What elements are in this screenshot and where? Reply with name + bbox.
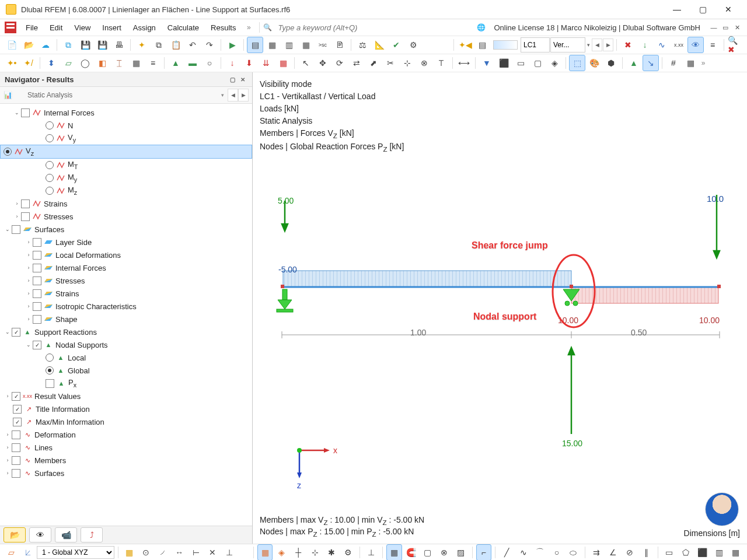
- tree-maxmin[interactable]: Max/Min Information: [36, 418, 104, 426]
- workplane-button[interactable]: ▱: [4, 544, 19, 560]
- view-side-button[interactable]: ▭: [512, 55, 529, 71]
- cs-combo[interactable]: 1 - Global XYZ: [37, 546, 114, 559]
- show-loads-button[interactable]: ↓: [637, 37, 653, 53]
- tree-stresses[interactable]: Stresses: [44, 212, 74, 221]
- offset-tool-button[interactable]: ⇉: [589, 544, 605, 560]
- search-input[interactable]: [274, 22, 398, 34]
- snap-settings-button[interactable]: ⚙: [340, 544, 356, 560]
- visibility-mode-button[interactable]: 👁: [687, 37, 704, 53]
- table-toggle[interactable]: ▦: [264, 37, 280, 53]
- view-iso-button[interactable]: ◈: [546, 55, 563, 71]
- tree-n[interactable]: N: [68, 121, 73, 130]
- tree-support-reactions[interactable]: Support Reactions: [34, 328, 97, 337]
- connect-button[interactable]: ⊹: [399, 55, 416, 71]
- tree-shape[interactable]: Shape: [55, 315, 78, 324]
- guides-tool-button[interactable]: ▦: [728, 544, 744, 560]
- new-button[interactable]: 📄: [4, 37, 20, 53]
- tree-members[interactable]: Members: [34, 456, 66, 465]
- polar-button[interactable]: ✱: [324, 544, 340, 560]
- new-opening-button[interactable]: ◯: [77, 55, 93, 71]
- select-button[interactable]: ↖: [298, 55, 314, 71]
- tree-global[interactable]: Global: [68, 366, 90, 375]
- polygon-tool-button[interactable]: ⬠: [678, 544, 694, 560]
- mirror-button[interactable]: ⇄: [348, 55, 365, 71]
- loadcase-prev-button[interactable]: ✦◀: [457, 37, 473, 53]
- plausibility-button[interactable]: ✔: [388, 37, 404, 53]
- snap-mid-button[interactable]: ↔: [172, 544, 187, 560]
- panel-float-button[interactable]: ▢: [228, 75, 237, 84]
- delete-results-button[interactable]: ✖: [620, 37, 636, 53]
- extrude-button[interactable]: ⬈: [365, 55, 382, 71]
- tree-result-values[interactable]: Result Values: [34, 392, 81, 401]
- loadcase-fwd-button[interactable]: ▶: [603, 38, 613, 51]
- text-button[interactable]: T: [433, 55, 449, 71]
- tree-vy[interactable]: Vy: [68, 133, 76, 144]
- filter-button[interactable]: ▼: [479, 55, 495, 71]
- tree-surf-stresses[interactable]: Stresses: [55, 276, 85, 285]
- tree-surf-strains[interactable]: Strains: [55, 289, 79, 298]
- parallel-tool-button[interactable]: ∥: [638, 544, 654, 560]
- new-model-button[interactable]: ✦: [134, 37, 150, 53]
- panel-toggle[interactable]: ▥: [281, 37, 297, 53]
- rendering-transparent-button[interactable]: ⬢: [603, 55, 619, 71]
- intersect-button[interactable]: ⊗: [416, 55, 432, 71]
- tree-strains[interactable]: Strains: [44, 200, 67, 208]
- member-hinge-button[interactable]: ○: [201, 55, 218, 71]
- tree-title-info[interactable]: Title Information: [36, 405, 90, 414]
- menu-insert[interactable]: Insert: [96, 21, 127, 34]
- snap-line-button[interactable]: ⟋: [155, 544, 170, 560]
- tree-lines[interactable]: Lines: [34, 443, 53, 452]
- circle-tool-button[interactable]: ○: [549, 544, 565, 560]
- globe-icon[interactable]: 🌐: [477, 23, 486, 32]
- tree-internal-forces[interactable]: Internal Forces: [44, 108, 95, 117]
- grid-toggle-button[interactable]: ▦: [121, 544, 137, 560]
- menu-assign[interactable]: Assign: [127, 21, 162, 34]
- move-button[interactable]: ✥: [315, 55, 331, 71]
- panel-close-button[interactable]: ✕: [238, 75, 247, 84]
- grid-snap-button[interactable]: ▦: [257, 544, 273, 560]
- tab-views[interactable]: 📹: [55, 527, 77, 542]
- menu-view[interactable]: View: [68, 21, 96, 34]
- arc-tool-button[interactable]: ⌒: [532, 544, 548, 560]
- new-material-button[interactable]: ▦: [128, 55, 144, 71]
- snap-end-button[interactable]: ⊢: [188, 544, 204, 560]
- new-node-button[interactable]: ✦•: [4, 55, 20, 71]
- view-front-button[interactable]: ⬛: [495, 55, 512, 71]
- surface-load-button[interactable]: ▦: [275, 55, 291, 71]
- new-thickness-button[interactable]: ≡: [145, 55, 161, 71]
- line-support-button[interactable]: ▬: [184, 55, 201, 71]
- console-button[interactable]: >sc: [315, 37, 331, 53]
- perpendicular-button[interactable]: ⊥: [364, 544, 379, 560]
- mdi-minimize-button[interactable]: —: [708, 23, 719, 32]
- tree-deformation[interactable]: Deformation: [34, 430, 76, 439]
- region-tool-button[interactable]: ▥: [711, 544, 727, 560]
- tree-my[interactable]: My: [68, 173, 77, 183]
- line-load-button[interactable]: ⬇: [241, 55, 257, 71]
- supports-display-button[interactable]: ▲: [626, 55, 642, 71]
- numbering-button[interactable]: #: [665, 55, 682, 71]
- close-button[interactable]: ✕: [715, 1, 741, 18]
- new-surface-button[interactable]: ▱: [60, 55, 76, 71]
- refresh-button[interactable]: 🔍✖: [727, 37, 743, 53]
- new-solid-button[interactable]: ◧: [94, 55, 110, 71]
- results-table-button[interactable]: ▦: [298, 37, 314, 53]
- rotate-button[interactable]: ⟳: [331, 55, 348, 71]
- tree-layer-side[interactable]: Layer Side: [55, 238, 92, 247]
- tree-nodal-supports[interactable]: Nodal Supports: [55, 341, 108, 349]
- tree-vz[interactable]: Vz: [26, 146, 34, 157]
- tangent-tool-button[interactable]: ⊘: [622, 544, 638, 560]
- viewport[interactable]: Visibility mode LC1 - Vertikallast / Ver…: [253, 72, 747, 544]
- block-manager-button[interactable]: ⧉: [60, 37, 76, 53]
- tree-local-deform[interactable]: Local Deformations: [55, 251, 121, 260]
- menu-calculate[interactable]: Calculate: [162, 21, 205, 34]
- tab-data[interactable]: 📂: [4, 527, 26, 542]
- rect-tool-button[interactable]: ▭: [662, 544, 678, 560]
- rendering-wireframe-button[interactable]: ⬚: [569, 55, 585, 71]
- new-member-button[interactable]: ⬍: [43, 55, 60, 71]
- grid-display-button[interactable]: ▦: [682, 55, 699, 71]
- isolines-button[interactable]: ≡: [704, 37, 721, 53]
- results-tree[interactable]: ⌄Internal Forces N Vy Vz MT My Mz ›Strai…: [0, 104, 252, 526]
- osnap-grid-button[interactable]: ▦: [386, 544, 402, 560]
- assistant-avatar-icon[interactable]: [705, 492, 739, 526]
- loadcase-list-button[interactable]: ▤: [474, 37, 490, 53]
